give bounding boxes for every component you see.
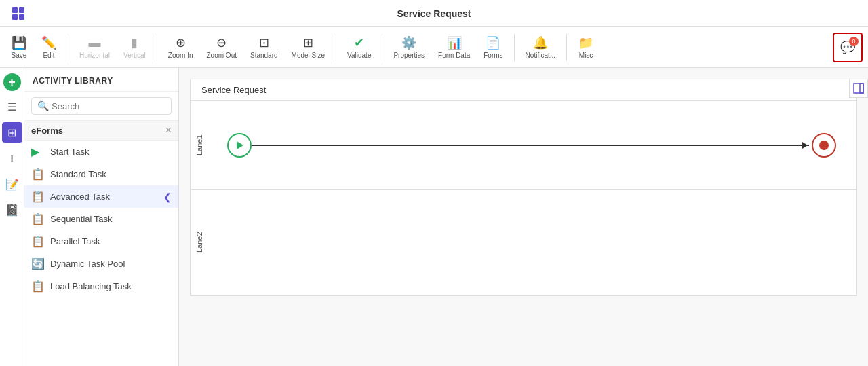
zoom-in-button[interactable]: ⊕ Zoom In — [163, 33, 199, 62]
main-content: + ☰ ⊞ I 📝 📓 ACTIVITY LIBRARY 🔍 eForms × … — [0, 68, 868, 366]
svg-rect-1 — [860, 84, 863, 93]
notification-icon: 🔔 — [533, 35, 548, 50]
canvas-container: Service Request Lane1 — [190, 79, 857, 296]
app-grid-icon[interactable] — [12, 7, 24, 20]
canvas-area[interactable]: Service Request Lane1 — [179, 68, 868, 366]
end-node-inner — [819, 141, 829, 150]
forms-icon: 📄 — [486, 35, 500, 50]
save-button[interactable]: 💾 Save — [5, 33, 33, 62]
sidebar-doc-icon[interactable]: 📝 — [2, 174, 22, 194]
sidebar-grid-icon[interactable]: ⊞ — [2, 122, 22, 143]
sequential-task-item[interactable]: 📋 Sequential Task — [24, 208, 178, 230]
expand-icon — [853, 83, 864, 94]
load-balancing-task-label: Load Balancing Task — [50, 281, 132, 291]
add-button[interactable]: + — [3, 73, 21, 91]
advanced-task-icon: 📋 — [31, 190, 45, 203]
lane2-content — [207, 190, 856, 295]
lane1-label: Lane1 — [191, 101, 207, 189]
notification-button[interactable]: 🔔 Notificat... — [520, 33, 561, 62]
vertical-icon: ▮ — [131, 35, 138, 50]
save-icon: 💾 — [12, 35, 26, 50]
chat-notification-button[interactable]: 💬 0 — [833, 33, 863, 62]
misc-button[interactable]: 📁 Misc — [572, 33, 599, 62]
connector-line — [252, 145, 809, 146]
form-data-button[interactable]: 📊 Form Data — [433, 33, 475, 62]
start-task-item[interactable]: ▶ Start Task — [24, 141, 178, 163]
standard-task-icon: 📋 — [31, 168, 45, 181]
connector-arrow — [802, 142, 808, 149]
eforms-close-button[interactable]: × — [165, 125, 172, 136]
start-task-icon: ▶ — [31, 145, 45, 158]
dynamic-task-pool-label: Dynamic Task Pool — [50, 259, 125, 269]
parallel-task-label: Parallel Task — [50, 236, 100, 246]
svg-rect-0 — [854, 84, 863, 93]
separator-3 — [336, 34, 336, 61]
icon-sidebar: + ☰ ⊞ I 📝 📓 — [0, 68, 24, 366]
notification-badge: 0 — [849, 37, 859, 46]
standard-icon: ⊡ — [259, 35, 269, 50]
load-balancing-task-icon: 📋 — [31, 280, 45, 293]
search-icon: 🔍 — [37, 100, 49, 111]
parallel-task-icon: 📋 — [31, 235, 45, 248]
form-data-icon: 📊 — [447, 35, 462, 50]
edit-icon: ✏️ — [41, 35, 56, 50]
search-box[interactable]: 🔍 — [31, 97, 172, 115]
lane2-label: Lane2 — [191, 190, 207, 295]
eforms-section-header: eForms × — [24, 120, 178, 141]
advanced-task-item[interactable]: 📋 Advanced Task ❮ — [24, 185, 178, 208]
separator-4 — [382, 34, 382, 61]
sequential-task-icon: 📋 — [31, 213, 45, 225]
start-node[interactable] — [227, 133, 252, 158]
end-node[interactable] — [812, 133, 836, 158]
edit-button[interactable]: ✏️ Edit — [35, 33, 62, 62]
separator-5 — [514, 34, 515, 61]
vertical-button[interactable]: ▮ Vertical — [118, 33, 151, 62]
activity-panel: ACTIVITY LIBRARY 🔍 eForms × ▶ Start Task… — [24, 68, 179, 366]
start-task-label: Start Task — [50, 147, 90, 157]
validate-button[interactable]: ✔ Validate — [342, 33, 376, 62]
model-size-icon: ⊞ — [303, 35, 313, 50]
toolbar: 💾 Save ✏️ Edit ▬ Horizontal ▮ Vertical ⊕… — [0, 27, 868, 68]
dynamic-task-pool-icon: 🔄 — [31, 257, 45, 270]
page-title: Service Request — [397, 8, 471, 19]
sidebar-list-icon[interactable]: ☰ — [2, 96, 22, 117]
separator-6 — [566, 34, 567, 61]
properties-button[interactable]: ⚙️ Properties — [388, 33, 430, 62]
lane1: Lane1 — [191, 101, 856, 190]
standard-task-item[interactable]: 📋 Standard Task — [24, 163, 178, 185]
eforms-label: eForms — [31, 126, 63, 136]
sequential-task-label: Sequential Task — [50, 214, 113, 224]
top-bar: Service Request — [0, 0, 868, 27]
horizontal-icon: ▬ — [89, 36, 101, 50]
forms-button[interactable]: 📄 Forms — [478, 33, 508, 62]
validate-icon: ✔ — [354, 35, 364, 50]
separator-2 — [157, 34, 157, 61]
sidebar-note-icon[interactable]: 📓 — [2, 200, 22, 220]
canvas-title: Service Request — [191, 79, 856, 101]
activity-list: ▶ Start Task 📋 Standard Task 📋 Advanced … — [24, 141, 178, 366]
chevron-right-icon: ❮ — [163, 191, 172, 202]
search-input[interactable] — [52, 101, 165, 111]
advanced-task-label: Advanced Task — [50, 191, 110, 202]
right-panel-toggle[interactable] — [849, 79, 868, 98]
zoom-out-icon: ⊖ — [216, 35, 226, 50]
misc-icon: 📁 — [578, 35, 593, 50]
sidebar-tag-icon[interactable]: I — [2, 148, 22, 168]
zoom-in-icon: ⊕ — [176, 35, 186, 50]
properties-icon: ⚙️ — [401, 35, 416, 50]
activity-library-header: ACTIVITY LIBRARY — [24, 68, 178, 92]
standard-button[interactable]: ⊡ Standard — [245, 33, 283, 62]
lane1-content — [207, 101, 856, 189]
horizontal-button[interactable]: ▬ Horizontal — [74, 33, 115, 62]
zoom-out-button[interactable]: ⊖ Zoom Out — [201, 33, 242, 62]
dynamic-task-pool-item[interactable]: 🔄 Dynamic Task Pool — [24, 253, 178, 275]
separator — [68, 34, 68, 61]
lane2: Lane2 — [191, 190, 856, 295]
load-balancing-task-item[interactable]: 📋 Load Balancing Task — [24, 275, 178, 297]
standard-task-label: Standard Task — [50, 169, 106, 179]
model-size-button[interactable]: ⊞ Model Size — [286, 33, 330, 62]
parallel-task-item[interactable]: 📋 Parallel Task — [24, 230, 178, 253]
